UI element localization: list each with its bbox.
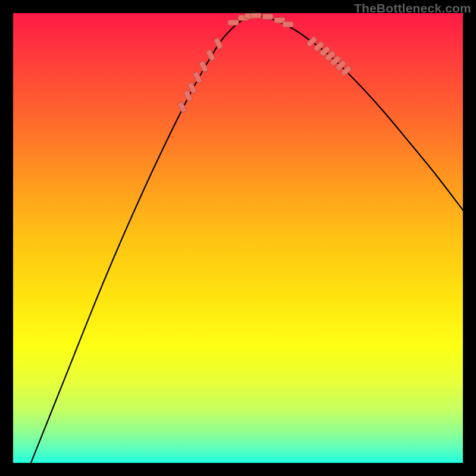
- marker-bottom: [262, 14, 273, 20]
- right-curve: [251, 15, 463, 210]
- left-curve: [31, 15, 251, 463]
- chart-frame: TheBottleneck.com: [0, 0, 476, 476]
- curve-group: [31, 15, 463, 463]
- marker-bottom: [283, 22, 293, 27]
- attribution-text: TheBottleneck.com: [354, 1, 471, 15]
- chart-gradient-background: [13, 13, 463, 463]
- chart-svg: [13, 13, 463, 463]
- marker-bottom: [228, 20, 239, 26]
- marker-bottom: [250, 13, 261, 18]
- markers-group: [177, 13, 352, 113]
